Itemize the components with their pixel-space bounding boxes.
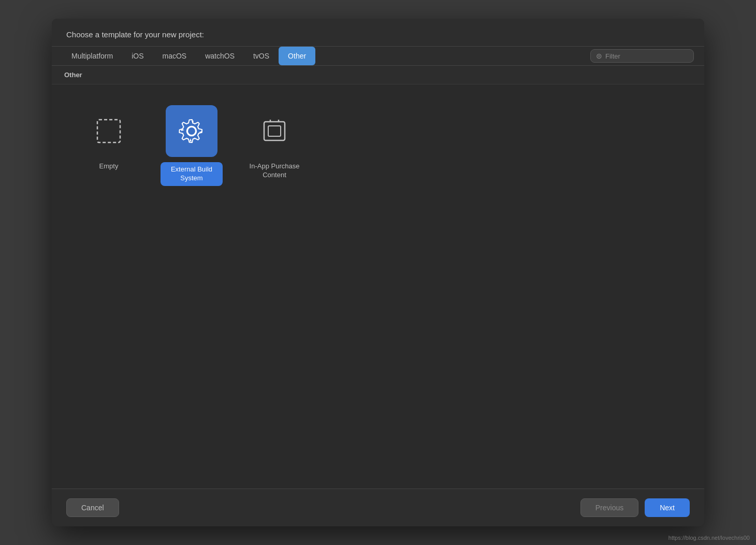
- purchase-icon: [259, 116, 290, 147]
- template-item-empty[interactable]: Empty: [72, 100, 145, 191]
- templates-grid: Empty External Build Syste: [52, 84, 704, 207]
- filter-wrapper: ⊜: [590, 49, 694, 63]
- gear-icon: [176, 116, 207, 147]
- tab-ios[interactable]: iOS: [122, 47, 153, 65]
- template-label-external: External Build System: [161, 162, 223, 186]
- template-item-in-app-purchase[interactable]: In-App Purchase Content: [238, 100, 311, 191]
- filter-area: ⊜: [590, 49, 694, 63]
- new-project-dialog: Choose a template for your new project: …: [52, 19, 704, 526]
- filter-icon: ⊜: [596, 52, 602, 60]
- svg-point-2: [187, 127, 196, 135]
- template-icon-box-external: [166, 105, 217, 157]
- previous-button[interactable]: Previous: [580, 498, 638, 517]
- template-icon-box-purchase: [249, 105, 300, 157]
- template-icon-box-empty: [83, 105, 135, 157]
- svg-rect-4: [268, 126, 281, 136]
- svg-rect-3: [264, 122, 285, 140]
- watermark: https://blog.csdn.net/lovechris00: [668, 535, 750, 541]
- template-item-external-build-system[interactable]: External Build System: [155, 100, 228, 191]
- next-button[interactable]: Next: [645, 498, 690, 517]
- template-label-empty: Empty: [99, 162, 119, 171]
- svg-rect-0: [97, 120, 120, 142]
- tab-macos[interactable]: macOS: [153, 47, 196, 65]
- tab-multiplatform[interactable]: Multiplatform: [62, 47, 122, 65]
- cancel-button[interactable]: Cancel: [66, 498, 119, 517]
- empty-icon: [93, 116, 124, 147]
- footer-left: Cancel: [66, 498, 119, 517]
- tab-bar: Multiplatform iOS macOS watchOS tvOS Oth…: [52, 46, 704, 66]
- footer: Cancel Previous Next: [52, 489, 704, 526]
- tab-tvos[interactable]: tvOS: [244, 47, 279, 65]
- footer-right: Previous Next: [580, 498, 690, 517]
- tab-watchos[interactable]: watchOS: [196, 47, 244, 65]
- filter-input[interactable]: [605, 52, 688, 60]
- dialog-title: Choose a template for your new project:: [52, 19, 704, 46]
- content-area: Other Empty: [52, 66, 704, 489]
- template-label-purchase: In-App Purchase Content: [243, 162, 306, 180]
- section-header: Other: [52, 66, 704, 84]
- tab-other[interactable]: Other: [279, 47, 315, 65]
